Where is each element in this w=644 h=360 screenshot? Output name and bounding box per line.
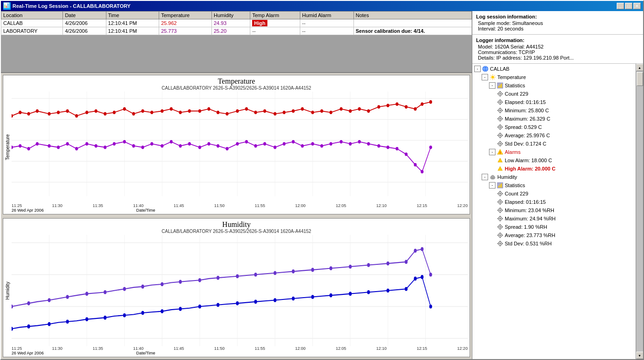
data-table: Location Date Time Temperature Humidity …	[1, 11, 472, 35]
svg-rect-271	[500, 216, 501, 217]
svg-point-132	[27, 301, 30, 305]
scroll-track[interactable]	[636, 71, 644, 352]
tree-container[interactable]: - CALLAB -	[472, 64, 636, 359]
humidity-datetime-label: Date/Time	[136, 351, 155, 355]
svg-point-264	[499, 209, 501, 211]
logger-info: Logger information: Model: 1620A Serial:…	[472, 35, 643, 64]
svg-point-40	[188, 109, 191, 113]
svg-rect-225	[497, 127, 499, 128]
svg-point-168	[236, 301, 239, 305]
svg-point-90	[226, 147, 229, 151]
low-alarm-icon	[496, 157, 504, 164]
gear-icon-min	[496, 107, 504, 114]
svg-point-50	[283, 111, 285, 115]
maximize-button[interactable]: □	[625, 3, 632, 9]
svg-point-62	[396, 102, 398, 106]
stats-icon-humidity	[496, 182, 504, 189]
svg-point-75	[86, 142, 88, 146]
svg-point-85	[179, 144, 182, 148]
svg-rect-289	[500, 241, 501, 242]
svg-rect-272	[500, 220, 501, 221]
svg-point-222	[499, 126, 501, 128]
tree-node-alarms[interactable]: - ! Alarms	[473, 148, 635, 156]
svg-point-53	[311, 111, 314, 115]
globe-icon	[482, 65, 489, 73]
svg-point-143	[236, 274, 239, 278]
svg-point-93	[254, 144, 257, 148]
minimize-button[interactable]: _	[617, 3, 624, 9]
svg-point-150	[367, 263, 370, 267]
svg-rect-220	[502, 118, 503, 119]
svg-point-23	[27, 112, 30, 116]
col-humidity: Humidity	[211, 12, 250, 19]
title-bar: 📊 Real-Time Log Session - CALLAB/LABORAT…	[1, 1, 643, 11]
tree-node-temp-stats[interactable]: - Statistics	[473, 81, 635, 90]
tree-node-humidity[interactable]: - Humidity	[473, 173, 635, 181]
tree-node-callab[interactable]: - CALLAB	[473, 65, 635, 73]
svg-rect-235	[500, 141, 501, 142]
svg-rect-253	[500, 191, 501, 192]
svg-point-148	[329, 266, 332, 270]
svg-rect-229	[500, 133, 501, 134]
expand-temp-stats[interactable]: -	[489, 82, 495, 89]
svg-point-81	[141, 146, 144, 149]
svg-rect-291	[497, 243, 499, 244]
h-stat-count: Count 229	[505, 191, 528, 196]
svg-point-104	[358, 140, 361, 144]
svg-point-142	[217, 275, 219, 280]
temp-x-axis: 11:2511:30 11:3511:40 11:4511:50 11:5512…	[5, 203, 468, 208]
cell-notes: Sensor calibration due: 4/14.	[353, 27, 471, 35]
svg-rect-267	[497, 210, 499, 211]
tree-node-temperature[interactable]: - Tem	[473, 73, 635, 81]
svg-point-37	[161, 109, 163, 113]
expand-humidity[interactable]: -	[482, 174, 488, 180]
svg-point-165	[179, 307, 182, 311]
svg-point-46	[245, 107, 248, 111]
svg-point-170	[273, 298, 276, 302]
svg-point-169	[254, 299, 257, 304]
expand-temperature[interactable]: -	[482, 74, 488, 80]
svg-point-102	[340, 140, 342, 144]
stat-avg: Average: 25.9976 C	[505, 133, 550, 138]
svg-point-45	[236, 109, 239, 113]
svg-point-30	[94, 109, 97, 113]
temp-chart-svg: 26.0 25.9 25.8 25.7 25.6	[12, 92, 468, 203]
svg-point-94	[263, 142, 266, 146]
svg-point-140	[179, 280, 182, 284]
close-button[interactable]: ✕	[633, 3, 641, 9]
scroll-up-button[interactable]: ▲	[636, 64, 644, 71]
svg-rect-237	[497, 143, 499, 144]
right-scrollbar[interactable]: ▲ ▼	[636, 64, 643, 359]
expand-humidity-stats[interactable]: -	[489, 182, 495, 189]
scroll-thumb[interactable]	[637, 72, 643, 86]
svg-point-82	[150, 142, 153, 146]
svg-point-27	[66, 109, 69, 113]
svg-point-76	[94, 144, 97, 148]
svg-line-191	[494, 75, 495, 76]
svg-point-136	[104, 290, 106, 294]
stat-spread: Spread: 0.529 C	[505, 124, 542, 130]
svg-point-28	[75, 114, 78, 118]
temp-datetime-label: Date/Time	[136, 208, 155, 213]
svg-line-189	[491, 75, 491, 76]
svg-rect-260	[500, 203, 501, 205]
humidity-chart-container: Humidity CALLAB/LABORATORY 2626-S-A39025…	[3, 218, 470, 358]
expand-alarms[interactable]: -	[489, 149, 495, 155]
svg-point-134	[66, 295, 69, 299]
svg-point-147	[311, 268, 314, 272]
tree-node-humidity-stats[interactable]: - Statistics	[473, 181, 635, 189]
cell-notes	[353, 19, 471, 27]
svg-point-159	[66, 319, 69, 323]
temp-chart-container: Temperature CALLAB/LABORATORY 2626-S-A39…	[3, 75, 470, 214]
svg-point-270	[499, 218, 501, 220]
logger-details: Details: IP address: 129.196.210.98 Port…	[476, 55, 639, 61]
svg-rect-199	[500, 91, 501, 92]
svg-rect-236	[500, 145, 501, 146]
svg-point-110	[414, 163, 417, 167]
svg-rect-202	[502, 93, 503, 94]
scroll-down-button[interactable]: ▼	[636, 352, 644, 359]
svg-rect-213	[497, 110, 499, 111]
expand-callab[interactable]: -	[474, 66, 481, 72]
svg-point-155	[429, 272, 432, 276]
humidity-y-axis-label: Humidity	[5, 235, 12, 347]
